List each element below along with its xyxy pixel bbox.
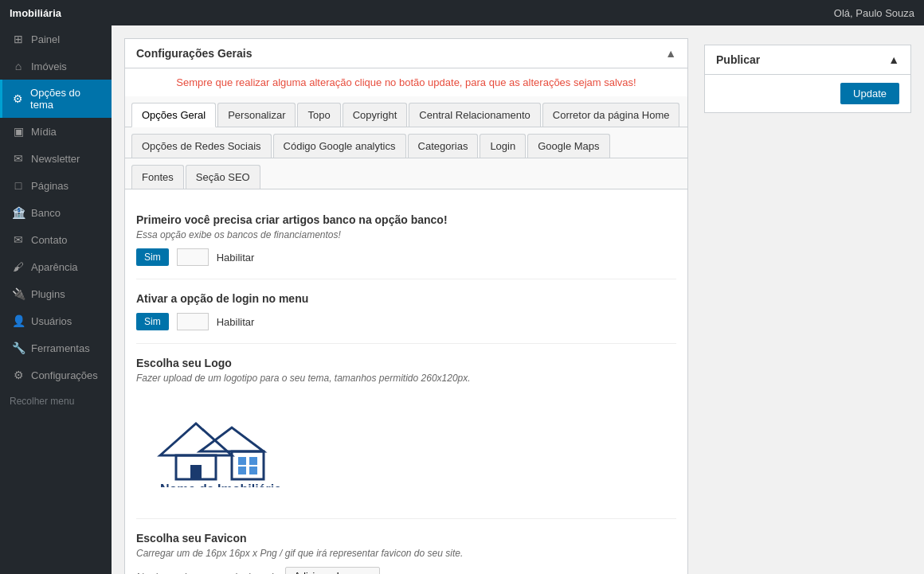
login-toggle-box[interactable] — [177, 313, 209, 330]
card-toggle-icon[interactable]: ▲ — [665, 47, 676, 60]
sidebar-item-opcoes-tema[interactable]: ⚙ Opções do tema — [0, 80, 112, 118]
svg-rect-7 — [238, 467, 246, 474]
sidebar-item-ferramentas[interactable]: 🔧 Ferramentas — [0, 334, 112, 361]
publish-header: Publicar ▲ — [705, 45, 910, 75]
sidebar-item-label: Usuários — [31, 315, 72, 327]
sidebar-item-usuarios[interactable]: 👤 Usuários — [0, 307, 112, 334]
sidebar-item-imoveis[interactable]: ⌂ Imóveis — [0, 53, 112, 80]
favicon-desc: Carregar um de 16px 16px x Png / gif que… — [136, 548, 676, 559]
tab-copyright[interactable]: Copyright — [343, 103, 408, 127]
card-header: Configurações Gerais ▲ — [125, 39, 687, 68]
section-banco: Primeiro você precisa criar artigos banc… — [136, 201, 676, 279]
collapse-label: Recolher menu — [10, 396, 74, 407]
sidebar-item-label: Banco — [31, 207, 61, 219]
tab-secao-seo[interactable]: Seção SEO — [186, 165, 260, 189]
user-icon: 👤 — [12, 314, 25, 327]
section-logo: Escolha seu Logo Fazer upload de um logo… — [136, 344, 676, 519]
sidebar-item-painel[interactable]: ⊞ Painel — [0, 25, 112, 53]
tab-google-analytics[interactable]: Código Google analytics — [273, 134, 406, 158]
card-title: Configurações Gerais — [136, 47, 253, 60]
settings-card: Configurações Gerais ▲ Sempre que realiz… — [124, 38, 688, 574]
mail-icon: ✉ — [12, 152, 25, 165]
tabs-row-1: Opções Geral Personalizar Topo Copyright… — [125, 96, 687, 127]
plugin-icon: 🔌 — [12, 287, 25, 300]
tab-login[interactable]: Login — [480, 134, 526, 158]
sidebar-item-label: Aparência — [31, 261, 78, 273]
tab-fontes[interactable]: Fontes — [131, 165, 184, 189]
svg-rect-8 — [249, 467, 257, 474]
media-icon: ▣ — [12, 125, 25, 138]
svg-text:Nome da Imobiliária: Nome da Imobiliária — [160, 482, 281, 487]
bank-icon: 🏦 — [12, 206, 25, 219]
sidebar-item-configuracoes[interactable]: ⚙ Configurações — [0, 361, 112, 389]
sidebar-item-paginas[interactable]: □ Páginas — [0, 172, 112, 199]
tab-central-relacionamento[interactable]: Central Relacionamento — [409, 103, 540, 127]
logo-desc: Fazer upload de um logotipo para o seu t… — [136, 373, 676, 384]
publish-box: Publicar ▲ Update — [704, 45, 911, 113]
login-toggle-btn[interactable]: Sim — [136, 313, 169, 330]
tab-google-maps[interactable]: Google Maps — [527, 134, 609, 158]
site-name: Imobiliária — [10, 7, 61, 19]
login-toggle-label: Habilitar — [217, 316, 255, 328]
notice-warning: Sempre que realizar alguma alteração cli… — [125, 68, 687, 96]
admin-bar-left: Imobiliária — [10, 7, 61, 19]
tab-content-opcoes-geral: Primeiro você precisa criar artigos banc… — [125, 189, 687, 574]
publish-toggle-icon[interactable]: ▲ — [888, 53, 899, 66]
favicon-title: Escolha seu Favicon — [136, 532, 676, 545]
publish-title: Publicar — [716, 53, 760, 66]
page-icon: □ — [12, 179, 25, 192]
publish-body: Update — [705, 75, 910, 112]
sidebar-item-banco[interactable]: 🏦 Banco — [0, 199, 112, 226]
sidebar-item-label: Contato — [31, 234, 68, 246]
svg-marker-3 — [232, 451, 264, 479]
sidebar-item-contato[interactable]: ✉ Contato — [0, 226, 112, 253]
banco-toggle-box[interactable] — [177, 248, 209, 266]
svg-rect-6 — [249, 457, 257, 465]
sidebar-item-label: Opções do tema — [30, 87, 102, 111]
sidebar-item-label: Ferramentas — [31, 342, 90, 354]
svg-rect-5 — [238, 457, 246, 465]
banco-toggle-btn[interactable]: Sim — [136, 248, 169, 266]
update-button[interactable]: Update — [840, 83, 899, 104]
section-favicon: Escolha seu Favicon Carregar um de 16px … — [136, 519, 676, 574]
tab-opcoes-geral[interactable]: Opções Geral — [131, 103, 216, 127]
sidebar-item-label: Mídia — [31, 126, 57, 138]
contact-icon: ✉ — [12, 233, 25, 246]
login-title: Ativar a opção de login no menu — [136, 292, 676, 305]
favicon-area: Nenhuma imagem selecionada Adicionar Ima… — [136, 567, 676, 574]
admin-bar: Imobiliária Olá, Paulo Souza — [0, 0, 924, 25]
sidebar-item-plugins[interactable]: 🔌 Plugins — [0, 280, 112, 307]
tab-redes-sociais[interactable]: Opções de Redes Sociais — [131, 134, 272, 158]
section-login: Ativar a opção de login no menu Sim Habi… — [136, 279, 676, 344]
logo-preview: Nome da Imobiliária — [136, 400, 335, 498]
add-image-button[interactable]: Adicionar Imagem — [285, 567, 380, 574]
sidebar-item-label: Newsletter — [31, 153, 80, 165]
logo-title: Escolha seu Logo — [136, 357, 676, 369]
notice-text: Sempre que realizar alguma alteração cli… — [176, 76, 636, 88]
home-icon: ⌂ — [12, 60, 25, 72]
tabs-row-3: Fontes Seção SEO — [125, 158, 687, 189]
tab-personalizar[interactable]: Personalizar — [217, 103, 296, 127]
banco-toggle-area: Sim Habilitar — [136, 248, 676, 266]
tools-icon: 🔧 — [12, 342, 25, 354]
sidebar-item-midia[interactable]: ▣ Mídia — [0, 118, 112, 145]
sidebar-item-label: Plugins — [31, 288, 65, 300]
sidebar-collapse[interactable]: Recolher menu — [0, 389, 112, 414]
svg-rect-4 — [190, 465, 202, 479]
sidebar-item-aparencia[interactable]: 🖌 Aparência — [0, 253, 112, 280]
tab-topo[interactable]: Topo — [297, 103, 340, 127]
main-content: Configurações Gerais ▲ Sempre que realiz… — [112, 25, 924, 574]
sidebar: ⊞ Painel ⌂ Imóveis ⚙ Opções do tema ▣ Mí… — [0, 25, 112, 574]
dashboard-icon: ⊞ — [12, 33, 25, 45]
banco-desc: Essa opção exibe os bancos de financiame… — [136, 229, 676, 240]
gear-icon: ⚙ — [12, 92, 24, 105]
config-icon: ⚙ — [12, 369, 25, 381]
tab-categorias[interactable]: Categorias — [408, 134, 479, 158]
admin-bar-user: Olá, Paulo Souza — [834, 7, 914, 19]
svg-marker-2 — [200, 428, 264, 451]
sidebar-item-newsletter[interactable]: ✉ Newsletter — [0, 145, 112, 172]
sidebar-item-label: Configurações — [31, 369, 98, 381]
banco-title: Primeiro você precisa criar artigos banc… — [136, 213, 676, 226]
sidebar-item-label: Painel — [31, 33, 60, 45]
tab-corretor-home[interactable]: Corretor da página Home — [542, 103, 680, 127]
